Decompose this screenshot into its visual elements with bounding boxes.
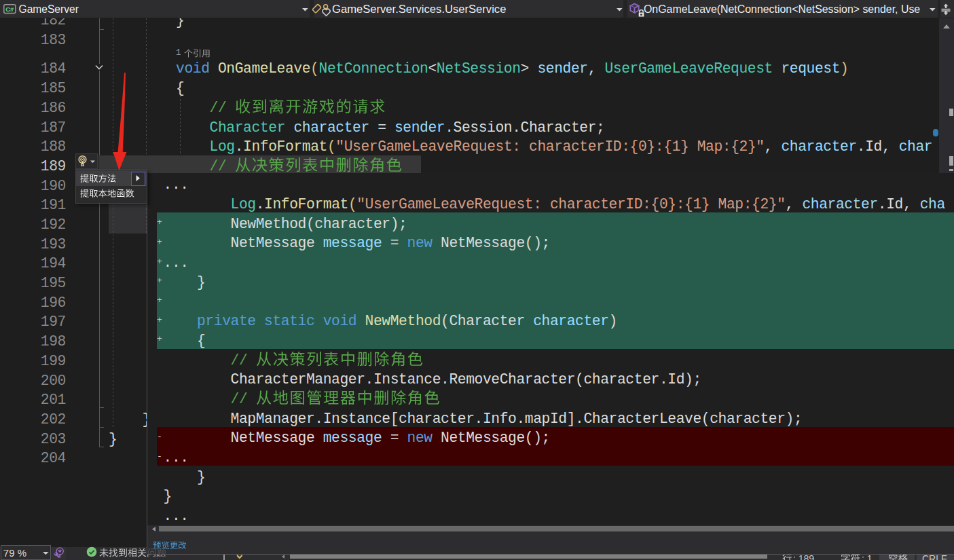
svg-text:C#: C# — [5, 5, 14, 13]
